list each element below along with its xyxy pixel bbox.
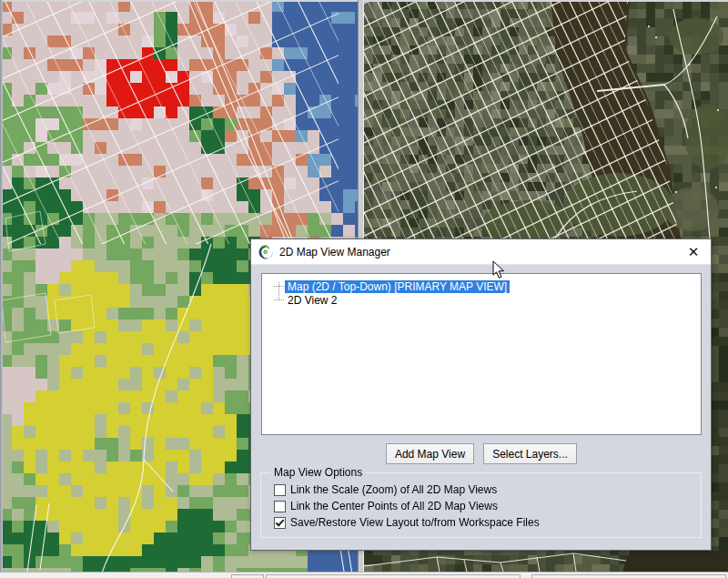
checkbox[interactable] [274,501,286,512]
status-bar-panel [531,574,726,578]
checkbox[interactable] [274,484,286,496]
dialog-title: 2D Map View Manager [279,246,390,259]
checkbox-label: Save/Restore View Layout to/from Workspa… [290,516,540,529]
mouse-cursor-icon [492,260,505,279]
view-list-item-label[interactable]: 2D View 2 [285,294,339,307]
map-view-options-group: Map View Options Link the Scale (Zoom) o… [260,472,702,538]
status-bar [0,572,728,578]
save-restore-layout-option[interactable]: Save/Restore View Layout to/from Workspa… [274,515,540,530]
global-mapper-logo-icon [258,245,273,259]
map-view-list[interactable]: Map (2D / Top-Down) [PRIMARY MAP VIEW] 2… [261,273,702,435]
panel-left-frame [0,0,3,572]
checkbox-label: Link the Center Points of All 2D Map Vie… [290,500,498,512]
group-label: Map View Options [270,466,366,479]
dialog-title-bar[interactable]: 2D Map View Manager ✕ [251,239,711,265]
panel-top-frame [0,0,728,2]
map-view-manager-dialog: 2D Map View Manager ✕ Map (2D / Top-Down… [250,238,712,551]
tree-connector [274,299,284,300]
tree-connector [274,286,284,287]
checkbox-label: Link the Scale (Zoom) of All 2D Map View… [290,483,497,496]
status-bar-panel [266,574,521,578]
view-list-item-label[interactable]: Map (2D / Top-Down) [PRIMARY MAP VIEW] [285,280,510,293]
add-map-view-button[interactable]: Add Map View [386,443,474,464]
link-center-points-option[interactable]: Link the Center Points of All 2D Map Vie… [274,499,498,513]
view-list-item-primary[interactable]: Map (2D / Top-Down) [PRIMARY MAP VIEW] [262,279,701,293]
close-icon[interactable]: ✕ [676,240,711,264]
status-bar-panel [231,574,264,578]
checkbox[interactable] [274,517,286,529]
view-list-item-2d-view-2[interactable]: 2D View 2 [262,293,701,307]
link-scale-option[interactable]: Link the Scale (Zoom) of All 2D Map View… [274,482,497,497]
select-layers-button[interactable]: Select Layers... [483,443,577,464]
